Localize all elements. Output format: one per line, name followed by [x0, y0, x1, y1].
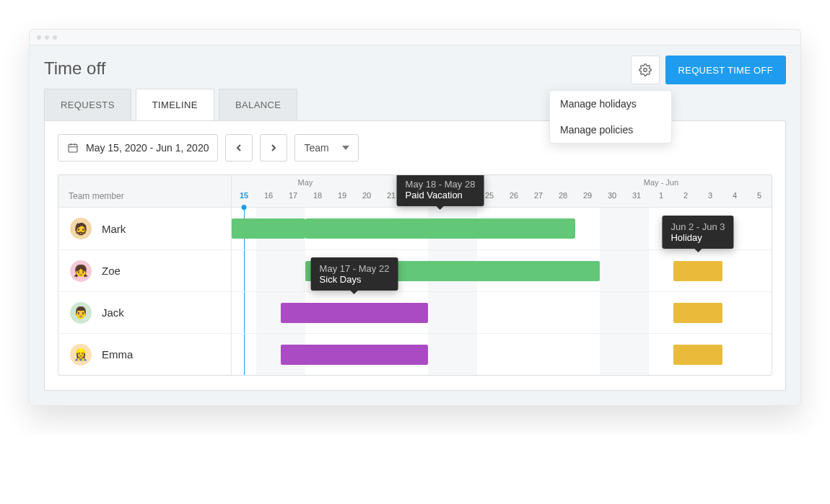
timeline-chart: Team member May May May - Jun 1516171819… — [58, 174, 772, 376]
member-name: Jack — [102, 306, 124, 319]
timeoff-bar[interactable] — [673, 303, 722, 323]
timeoff-bar[interactable] — [281, 345, 428, 365]
svg-point-0 — [643, 68, 647, 72]
tooltip: May 18 - May 28Paid Vacation — [397, 174, 484, 206]
window-dot — [53, 35, 57, 40]
weekend-shade — [600, 250, 649, 291]
avatar: 👧 — [70, 260, 92, 282]
caret-down-icon — [342, 144, 349, 151]
date-range-text: May 15, 2020 - Jun 1, 2020 — [86, 142, 209, 154]
menu-item-manage-holidays[interactable]: Manage holidays — [550, 91, 671, 117]
scope-select[interactable]: Team — [294, 134, 358, 162]
tab-requests[interactable]: REQUESTS — [44, 89, 131, 120]
timeline-track — [232, 334, 772, 375]
timeoff-bar[interactable] — [281, 303, 428, 323]
tab-balance[interactable]: BALANCE — [219, 89, 298, 120]
day-column: 28 — [551, 175, 575, 207]
day-column: 30 — [600, 175, 624, 207]
today-marker — [244, 334, 245, 375]
member-cell: 🧔Mark — [58, 208, 232, 249]
member-column-header: Team member — [58, 175, 232, 207]
prev-period-button[interactable] — [225, 134, 253, 162]
chevron-left-icon — [235, 144, 243, 151]
today-marker — [244, 250, 245, 291]
tooltip-label: Holiday — [670, 232, 725, 243]
timeline-body: 🧔MarkMay 18 - May 28Paid Vacation👧ZoeJun… — [58, 208, 772, 375]
page-header: Time off REQUEST TIME OFF Manage holiday… — [30, 45, 800, 89]
day-column: 1 — [649, 175, 673, 207]
day-column: 29 — [575, 175, 600, 207]
page-title: Time off — [44, 58, 105, 79]
day-column: 26 — [502, 175, 526, 207]
timeoff-bar[interactable] — [232, 218, 305, 239]
timeoff-bar[interactable] — [673, 345, 722, 365]
day-column: 20 — [354, 175, 379, 207]
chevron-right-icon — [270, 144, 277, 151]
member-cell: 👷‍♀️Emma — [58, 334, 232, 375]
day-column: 5 — [747, 175, 772, 207]
weekend-shade — [600, 208, 649, 249]
day-column: 15 — [232, 175, 256, 207]
tooltip-date: Jun 2 - Jun 3 — [670, 221, 725, 232]
member-name: Emma — [102, 348, 133, 361]
svg-rect-1 — [69, 144, 77, 152]
tooltip-date: May 17 - May 22 — [320, 263, 390, 274]
weekend-shade — [428, 334, 477, 375]
weekend-shade — [600, 334, 649, 375]
header-actions: REQUEST TIME OFF Manage holidays Manage … — [631, 56, 786, 84]
timeline-row: 👨JackMay 17 - May 22Sick Days — [58, 291, 772, 333]
day-column: 19 — [330, 175, 354, 207]
date-range-picker[interactable]: May 15, 2020 - Jun 1, 2020 — [58, 134, 218, 162]
day-column: 31 — [624, 175, 649, 207]
settings-dropdown: Manage holidays Manage policies — [549, 90, 672, 143]
date-columns: May May May - Jun 1516171819202122232425… — [232, 175, 772, 207]
calendar-icon — [67, 142, 79, 154]
tooltip: May 17 - May 22Sick Days — [311, 257, 398, 291]
window-dot — [45, 35, 49, 40]
tooltip-label: Paid Vacation — [406, 190, 476, 200]
timeline-panel: May 15, 2020 - Jun 1, 2020 Team Team mem… — [44, 120, 786, 391]
member-cell: 👧Zoe — [58, 250, 232, 291]
window-dot — [37, 35, 41, 40]
avatar: 🧔 — [70, 218, 92, 239]
timeoff-bar[interactable] — [305, 218, 575, 239]
member-name: Zoe — [102, 265, 121, 277]
next-period-button[interactable] — [260, 134, 287, 162]
day-column: 18 — [305, 175, 330, 207]
weekend-shade — [428, 292, 477, 333]
today-marker — [244, 292, 245, 333]
day-column: 17 — [281, 175, 305, 207]
avatar: 👨 — [70, 302, 92, 324]
timeline-row: 👷‍♀️Emma — [58, 333, 772, 375]
avatar: 👷‍♀️ — [70, 344, 92, 366]
day-column: 16 — [256, 175, 281, 207]
member-cell: 👨Jack — [58, 292, 232, 333]
request-time-off-button[interactable]: REQUEST TIME OFF — [665, 56, 786, 84]
day-column: 3 — [698, 175, 722, 207]
gear-icon — [639, 63, 652, 76]
tooltip-date: May 18 - May 28 — [406, 179, 476, 190]
weekend-shade — [600, 292, 649, 333]
settings-button[interactable] — [631, 56, 660, 84]
tooltip: Jun 2 - Jun 3Holiday — [662, 216, 733, 249]
scope-label: Team — [304, 142, 328, 154]
day-column: 4 — [722, 175, 747, 207]
day-column: 27 — [526, 175, 551, 207]
tooltip-label: Sick Days — [320, 274, 390, 285]
member-name: Mark — [102, 223, 126, 235]
tab-bar: REQUESTS TIMELINE BALANCE — [30, 89, 800, 120]
tab-timeline[interactable]: TIMELINE — [136, 89, 214, 120]
day-column: 2 — [673, 175, 698, 207]
window-titlebar — [30, 30, 800, 45]
app-window: Time off REQUEST TIME OFF Manage holiday… — [29, 29, 801, 406]
timeline-track: May 17 - May 22Sick Days — [232, 292, 772, 333]
timeoff-bar[interactable] — [673, 261, 722, 281]
weekend-shade — [256, 250, 305, 291]
menu-item-manage-policies[interactable]: Manage policies — [550, 117, 671, 143]
timeline-row: 👧ZoeJun 2 - Jun 3Holiday — [58, 249, 772, 291]
